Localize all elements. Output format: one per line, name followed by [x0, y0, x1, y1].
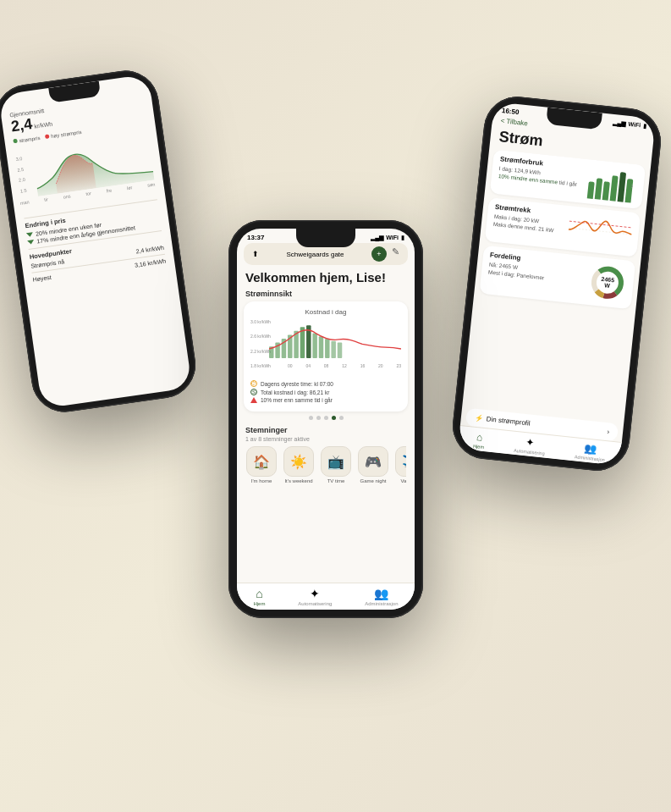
cards-area: Strømforbruk I dag: 124,9 kWh 10% mindre…	[463, 149, 652, 421]
nav-hjem[interactable]: ⌂ Hjem	[253, 587, 265, 606]
left-phone-screen: Gjennomsnitt 2,4 kr/kWh strømpris høy st…	[0, 74, 192, 408]
nav-admin-label: Administrasjon	[365, 601, 398, 606]
stroemforbruk-chart	[582, 164, 635, 203]
middle-phone-screen: 13:37 ▂▄▆ WiFi ▮ ⬆ Schweigaards gate + ✎	[237, 229, 415, 610]
cost-chart-inner: 00 04 08 12 16 20 23	[269, 319, 401, 368]
triangle-icon-2	[27, 240, 35, 245]
add-button[interactable]: +	[371, 246, 387, 262]
scroll-arrow-1: ›	[630, 182, 634, 190]
dots-row	[237, 416, 415, 420]
sum-icon: S	[250, 389, 257, 395]
right-nav-admin[interactable]: 👥 Administrasjon	[575, 441, 607, 462]
right-phone: 16:50 ▂▄▆ WiFi ▮ < Tilbake Strøm	[449, 93, 664, 474]
innsikt-label: Strøminnsikt	[237, 288, 415, 300]
cost-x-axis: 00 04 08 12 16 20 23	[288, 363, 401, 368]
svg-rect-8	[319, 336, 324, 358]
chart-title: Kostnad i dag	[250, 308, 401, 316]
left-price: 2,4	[10, 116, 33, 134]
scene-tv[interactable]: 📺 TV time	[320, 446, 352, 483]
nav-auto[interactable]: ✦ Automatisering	[298, 587, 332, 606]
scene-weekend[interactable]: ☀️ It's weekend	[283, 446, 315, 483]
dot-5	[339, 416, 344, 420]
profile-icon: ⚡	[474, 414, 483, 423]
back-chevron: <	[500, 117, 505, 124]
info-row-1: ⏱ Dagens dyreste time: kl 07:00	[250, 380, 401, 387]
scene-vacation[interactable]: ✈️ Vacation	[394, 446, 406, 483]
profile-label: Din strømprofil	[486, 415, 531, 427]
right-nav-hjem[interactable]: ⌂ Hjem	[473, 431, 486, 450]
stroemtrekk-text: Strømtrekk Maks i dag: 20 kW Maks denne …	[492, 203, 570, 235]
cost-chart-area: 3.0 kr/kWh 2.6 kr/kWh 2.2 kr/kWh 1.8 kr/…	[250, 319, 401, 378]
hoy-dot	[45, 134, 50, 139]
game-icon: 🎮	[358, 446, 388, 477]
svg-rect-7	[312, 334, 317, 358]
dot-3	[324, 416, 328, 420]
left-unit: kr/kWh	[34, 121, 53, 130]
scene-im-home[interactable]: 🏠 I'm home	[245, 446, 278, 483]
clock-icon: ⏱	[250, 380, 257, 387]
vacation-icon: ✈️	[395, 446, 406, 477]
middle-notch	[296, 229, 355, 247]
strompris-dot	[13, 139, 18, 144]
warning-triangle-icon	[250, 397, 257, 403]
cost-chart-svg	[269, 319, 401, 358]
left-content: Gjennomsnitt 2,4 kr/kWh strømpris høy st…	[0, 74, 192, 408]
nav-hjem-label: Hjem	[253, 601, 265, 606]
fordeling-text: Fordeling Nå: 2465 W Mest i dag: Panelov…	[488, 251, 591, 286]
stemninger-title: Stemninger	[245, 426, 406, 434]
mid-content: 13:37 ▂▄▆ WiFi ▮ ⬆ Schweigaards gate + ✎	[237, 229, 415, 610]
nav-auto-label: Automatisering	[298, 601, 332, 606]
scene-icons-row: 🏠 I'm home ☀️ It's weekend 📺 TV time	[245, 446, 406, 483]
dot-1	[309, 416, 313, 420]
bar-2	[595, 178, 603, 200]
info-row-2: S Total kostnad i dag: 86,21 kr	[250, 389, 401, 395]
info-row-3: 10% mer enn samme tid i går	[250, 397, 401, 403]
scene: Gjennomsnitt 2,4 kr/kWh strømpris høy st…	[0, 0, 671, 812]
auto-nav-icon: ✦	[310, 587, 320, 600]
admin-nav-icon: 👥	[374, 587, 388, 600]
home-nav-icon: ⌂	[256, 587, 262, 600]
svg-rect-11	[338, 343, 343, 358]
mid-bottom-nav: ⌂ Hjem ✦ Automatisering 👥 Administrasjon	[237, 583, 415, 610]
right-admin-icon: 👥	[584, 443, 597, 456]
right-nav-hjem-label: Hjem	[473, 444, 484, 450]
im-home-icon: 🏠	[246, 446, 277, 477]
profile-chevron: ›	[607, 428, 610, 435]
dot-4	[332, 416, 336, 420]
bar-1	[587, 181, 595, 199]
stroemforbruk-text: Strømforbruk I dag: 124,9 kWh 10% mindre…	[498, 155, 586, 189]
dot-2	[316, 416, 321, 420]
right-nav-admin-label: Administrasjon	[575, 454, 606, 462]
cost-y-axis: 3.0 kr/kWh 2.6 kr/kWh 2.2 kr/kWh 1.8 kr/…	[250, 319, 271, 368]
chart-inner: man tir ons tor fre lør søn	[32, 138, 154, 191]
weekend-icon: ☀️	[283, 446, 314, 477]
right-content: 16:50 ▂▄▆ WiFi ▮ < Tilbake Strøm	[458, 102, 656, 466]
right-nav-auto[interactable]: ✦ Automatisering	[514, 435, 547, 456]
stroemtrekk-chart	[567, 211, 634, 251]
triangle-icon-1	[26, 232, 34, 237]
y-axis: 3.0 2.5 2.0 1.5	[15, 156, 27, 194]
fordeling-card: Fordeling Nå: 2465 W Mest i dag: Panelov…	[479, 246, 635, 310]
svg-rect-10	[331, 341, 336, 358]
donut-chart: 2465 W	[586, 262, 628, 303]
profile-label-group: ⚡ Din strømprofil	[474, 414, 531, 428]
edit-icon[interactable]: ✎	[392, 246, 399, 262]
bar-3	[602, 181, 610, 201]
nav-admin[interactable]: 👥 Administrasjon	[365, 587, 398, 606]
left-phone: Gjennomsnitt 2,4 kr/kWh strømpris høy st…	[0, 66, 200, 416]
right-nav-auto-label: Automatisering	[514, 448, 545, 456]
right-auto-icon: ✦	[525, 436, 535, 449]
addr-icons: + ✎	[371, 246, 399, 262]
middle-phone: 13:37 ▂▄▆ WiFi ▮ ⬆ Schweigaards gate + ✎	[228, 220, 423, 618]
stemninger-section: Stemninger 1 av 8 stemninger aktive 🏠 I'…	[237, 423, 415, 487]
cost-card: Kostnad i dag 3.0 kr/kWh 2.6 kr/kWh 2.2 …	[244, 301, 408, 412]
status-icons: ▂▄▆ WiFi ▮	[371, 235, 404, 241]
upload-icon: ⬆	[252, 250, 259, 258]
right-home-icon: ⌂	[476, 431, 483, 444]
left-chart-area: strømpris høy strømpris 3.0 2.5 2.0 1.5	[13, 120, 157, 214]
tv-icon: 📺	[321, 446, 351, 477]
donut-value: 2465 W	[600, 275, 614, 290]
welcome-text: Velkommen hjem, Lise!	[237, 267, 415, 288]
scene-game[interactable]: 🎮 Game night	[357, 446, 389, 483]
stemninger-sub: 1 av 8 stemninger aktive	[245, 436, 406, 442]
